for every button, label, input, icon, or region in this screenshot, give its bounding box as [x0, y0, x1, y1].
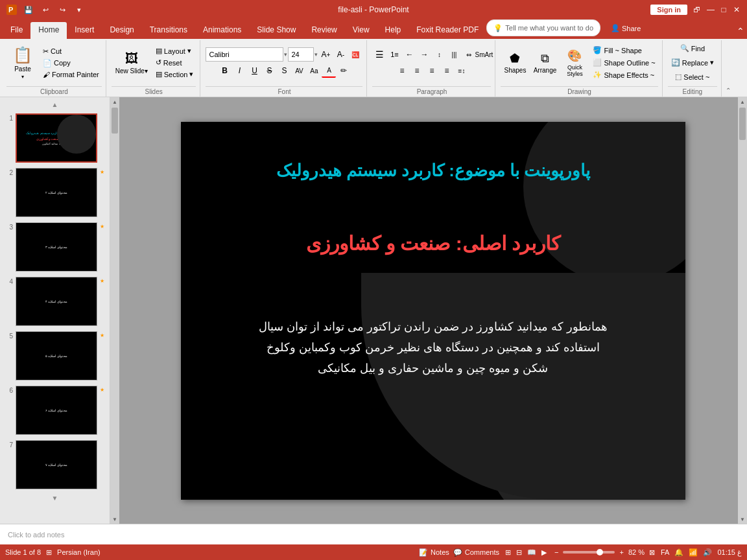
- slide-thumb-3[interactable]: 3 محتوای اسلاید ۳ ★: [3, 221, 107, 273]
- tab-slideshow[interactable]: Slide Show: [249, 22, 303, 39]
- char-spacing-button[interactable]: AV: [292, 64, 306, 78]
- paste-button[interactable]: 📋 Paste ▾: [6, 45, 39, 81]
- customize-qat-button[interactable]: ▾: [73, 3, 86, 16]
- close-button[interactable]: ✕: [731, 5, 742, 15]
- align-text-button[interactable]: ≡↕: [455, 64, 469, 78]
- cut-button[interactable]: ✂ Cut: [40, 46, 102, 57]
- numbering-button[interactable]: 1≡: [387, 47, 401, 62]
- zoom-slider[interactable]: [563, 551, 615, 554]
- text-direction-button[interactable]: ⇔: [462, 47, 476, 62]
- zoom-level[interactable]: 82 %: [628, 548, 645, 556]
- collapse-ribbon-button[interactable]: ⌃: [723, 85, 733, 95]
- decrease-font-button[interactable]: A-: [333, 47, 348, 62]
- panel-scroll-down[interactable]: ▼: [3, 493, 107, 503]
- language-indicator[interactable]: Persian (Iran): [57, 548, 101, 556]
- reset-button[interactable]: ↺ Reset: [153, 57, 196, 68]
- tell-me-input[interactable]: 💡 Tell me what you want to do: [486, 19, 600, 36]
- layout-button[interactable]: ▤ Layout ▾: [153, 45, 196, 56]
- restore-window-button[interactable]: 🗗: [690, 3, 703, 16]
- canvas-scroll-up-arrow[interactable]: ▲: [738, 97, 747, 106]
- shape-fill-button[interactable]: 🪣 Fill ~ Shape: [590, 45, 658, 56]
- columns-button[interactable]: |||: [447, 47, 461, 62]
- indent-less-button[interactable]: ←: [402, 47, 416, 62]
- shape-effects-button[interactable]: ✨ Shape Effects ~: [590, 69, 658, 80]
- clear-format-button[interactable]: 🆑: [348, 47, 362, 62]
- slide-sorter-button[interactable]: ⊟: [514, 548, 524, 557]
- new-slide-button[interactable]: 🖼 New Slide ▾: [112, 45, 152, 81]
- canvas-scroll-down-arrow[interactable]: ▼: [738, 515, 747, 524]
- font-name-input[interactable]: [206, 47, 283, 62]
- shape-outline-button[interactable]: ⬜ Shape Outline ~: [590, 57, 658, 68]
- underline-button[interactable]: U: [247, 64, 261, 78]
- slide-thumb-1[interactable]: 1 پاورپوینت با موضوع: کاربرد سیستم هیدرو…: [3, 112, 107, 164]
- align-left-button[interactable]: ≡: [395, 64, 409, 78]
- signin-button[interactable]: Sign in: [650, 5, 687, 15]
- notes-area[interactable]: Click to add notes: [0, 524, 747, 544]
- quick-styles-button[interactable]: 🎨 Quick Styles: [560, 47, 589, 79]
- tab-view[interactable]: View: [345, 22, 377, 39]
- tab-animations[interactable]: Animations: [195, 22, 249, 39]
- canvas-scroll-track[interactable]: [738, 106, 747, 515]
- increase-font-button[interactable]: A+: [318, 47, 333, 62]
- italic-button[interactable]: I: [232, 64, 246, 78]
- slide-thumb-7[interactable]: 7 محتوای اسلاید ۷: [3, 439, 107, 491]
- arrange-button[interactable]: ⧉ Arrange: [530, 47, 559, 79]
- comments-button[interactable]: 💬 Comments: [453, 548, 499, 557]
- bullets-button[interactable]: ☰: [372, 47, 386, 62]
- justify-button[interactable]: ≡: [440, 64, 454, 78]
- align-center-button[interactable]: ≡: [410, 64, 424, 78]
- panel-scroll-up[interactable]: ▲: [3, 100, 107, 110]
- zoom-out-button[interactable]: −: [552, 548, 560, 556]
- shapes-button[interactable]: ⬟ Shapes: [501, 47, 529, 79]
- highlight-button[interactable]: ✏: [337, 64, 351, 78]
- select-button[interactable]: ⬚ Select ~: [672, 71, 713, 83]
- panel-scroll-up-arrow[interactable]: ▲: [110, 97, 119, 106]
- slide-body[interactable]: همانطور که میدانید کشاورز در ضمن راندن ت…: [200, 316, 666, 379]
- collapse-ribbon-button[interactable]: ⌃: [734, 25, 747, 38]
- font-color-button[interactable]: A: [322, 64, 336, 78]
- tab-design[interactable]: Design: [102, 22, 141, 39]
- convert-to-smartart-button[interactable]: SmArt: [477, 47, 491, 62]
- section-button[interactable]: ▤ Section ▾: [153, 69, 196, 80]
- tab-home[interactable]: Home: [30, 22, 67, 39]
- tab-transitions[interactable]: Transitions: [142, 22, 195, 39]
- slide-thumb-2[interactable]: 2 محتوای اسلاید ۲ ★: [3, 167, 107, 218]
- slide-canvas[interactable]: پاورپوینت با موضوع: کاربرد سیستم هیدرولی…: [181, 122, 685, 500]
- panel-scroll-thumb[interactable]: [112, 108, 118, 134]
- reading-view-button[interactable]: 📖: [525, 548, 538, 557]
- fit-slide-button[interactable]: ⊠: [647, 548, 657, 557]
- slideshow-button[interactable]: ▶: [540, 548, 549, 557]
- slide-title[interactable]: پاورپوینت با موضوع: کاربرد سیستم هیدرولی…: [220, 161, 646, 181]
- find-button[interactable]: 🔍 Find: [677, 42, 708, 54]
- change-case-button[interactable]: Aa: [307, 64, 321, 78]
- tab-help[interactable]: Help: [377, 22, 409, 39]
- panel-scroll-track[interactable]: [110, 106, 119, 515]
- minimize-button[interactable]: —: [706, 5, 716, 15]
- redo-button[interactable]: ↪: [56, 3, 69, 16]
- save-button[interactable]: 💾: [22, 3, 35, 16]
- canvas-scroll-thumb[interactable]: [739, 108, 746, 140]
- undo-button[interactable]: ↩: [39, 3, 52, 16]
- line-spacing-button[interactable]: ↕: [432, 47, 446, 62]
- normal-view-button[interactable]: ⊞: [503, 548, 513, 557]
- slide-thumb-4[interactable]: 4 محتوای اسلاید ۴ ★: [3, 275, 107, 327]
- replace-button[interactable]: 🔄 Replace ▾: [668, 56, 717, 69]
- tab-insert[interactable]: Insert: [67, 22, 102, 39]
- zoom-in-button[interactable]: +: [617, 548, 625, 556]
- tab-review[interactable]: Review: [303, 22, 344, 39]
- share-button[interactable]: 👤 Share: [606, 23, 646, 34]
- slide-thumb-5[interactable]: 5 محتوای اسلاید ۵ ★: [3, 330, 107, 382]
- font-size-input[interactable]: [288, 47, 314, 62]
- indent-more-button[interactable]: →: [417, 47, 431, 62]
- strikethrough-button[interactable]: S: [262, 64, 276, 78]
- copy-button[interactable]: 📄 Copy: [40, 58, 102, 69]
- slide-thumb-6[interactable]: 6 محتوای اسلاید ۶ ★: [3, 384, 107, 436]
- slide-subtitle[interactable]: کاربرد اصلی: صنعت و کشاورزی: [220, 232, 646, 255]
- tab-file[interactable]: File: [3, 22, 30, 39]
- notes-button[interactable]: 📝 Notes: [419, 548, 449, 557]
- tab-foxit[interactable]: Foxit Reader PDF: [409, 22, 486, 39]
- panel-scroll-down-arrow[interactable]: ▼: [110, 515, 119, 524]
- format-painter-button[interactable]: 🖌 Format Painter: [40, 69, 102, 80]
- fit-to-window-icon[interactable]: ⊞: [46, 548, 52, 557]
- align-right-button[interactable]: ≡: [425, 64, 439, 78]
